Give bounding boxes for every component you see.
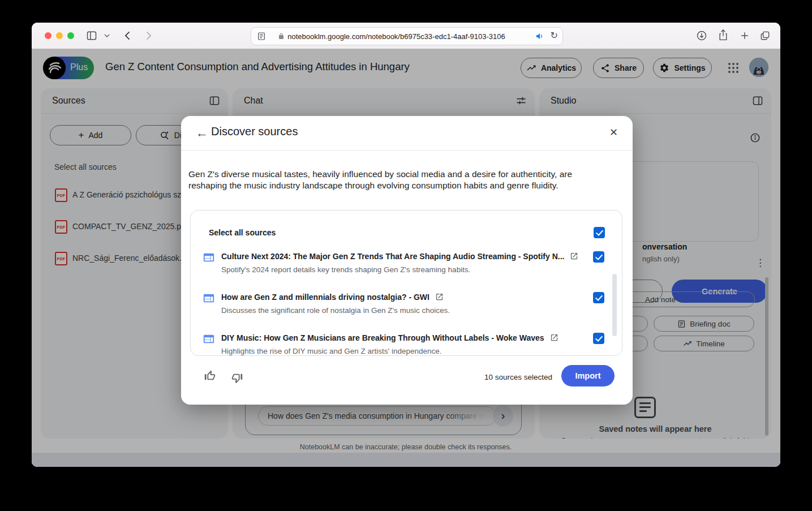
open-in-new-icon[interactable] (435, 293, 444, 303)
back-button[interactable] (122, 30, 134, 41)
close-icon[interactable]: ✕ (609, 126, 618, 139)
web-source-icon (202, 333, 216, 347)
modal-header: ← Discover sources ✕ (181, 116, 633, 151)
select-all-checkbox[interactable] (594, 227, 605, 238)
web-source-icon (202, 251, 216, 266)
back-arrow-icon[interactable]: ← (196, 126, 208, 140)
thumbs-up-icon[interactable] (204, 370, 216, 384)
browser-window: notebooklm.google.com/notebook/b6975c33-… (32, 23, 780, 467)
import-button[interactable]: Import (561, 365, 615, 387)
audio-playing-icon[interactable] (535, 32, 544, 41)
thumbs-down-icon[interactable] (231, 372, 243, 387)
source-checkbox[interactable] (593, 333, 604, 344)
share-sheet-icon[interactable] (718, 29, 729, 41)
tab-overview-icon[interactable] (759, 30, 771, 41)
forward-button[interactable] (143, 30, 154, 41)
new-tab-icon[interactable] (739, 30, 750, 41)
source-result-row[interactable]: How are Gen Z and millennials driving no… (191, 291, 622, 332)
modal-description: Gen Z's diverse musical tastes, heavily … (188, 169, 595, 191)
address-bar[interactable]: notebooklm.google.com/notebook/b6975c33-… (251, 27, 563, 45)
source-checkbox[interactable] (593, 251, 604, 263)
window-zoom-button[interactable] (67, 32, 74, 39)
source-result-row[interactable]: DIY Music: How Gen Z Musicians are Break… (191, 332, 622, 356)
selected-count-label: 10 sources selected (484, 373, 552, 381)
source-checkbox[interactable] (593, 292, 604, 303)
modal-title: Discover sources (211, 125, 298, 138)
reload-icon[interactable]: ↻ (551, 30, 558, 41)
window-close-button[interactable] (45, 32, 51, 39)
modal-select-all-label: Select all sources (209, 228, 276, 237)
url-text: notebooklm.google.com/notebook/b6975c33-… (287, 32, 505, 41)
browser-toolbar: notebooklm.google.com/notebook/b6975c33-… (32, 23, 780, 49)
window-minimize-button[interactable] (56, 32, 63, 39)
sidebar-chevron-icon[interactable] (104, 33, 110, 38)
lock-icon (278, 32, 285, 40)
modal-footer: 10 sources selected Import (181, 355, 633, 405)
source-result-row[interactable]: Culture Next 2024: The Major Gen Z Trend… (191, 251, 622, 291)
downloads-icon[interactable] (696, 30, 707, 41)
web-source-icon (202, 292, 216, 307)
source-results-card: Select all sources Culture Next 2024: Th… (190, 210, 622, 356)
modal-list-scrollbar[interactable] (612, 274, 617, 336)
discover-sources-modal: ← Discover sources ✕ Gen Z's diverse mus… (181, 116, 633, 405)
open-in-new-icon[interactable] (550, 333, 558, 343)
sidebar-toggle-icon[interactable] (86, 30, 97, 41)
open-in-new-icon[interactable] (570, 252, 578, 262)
